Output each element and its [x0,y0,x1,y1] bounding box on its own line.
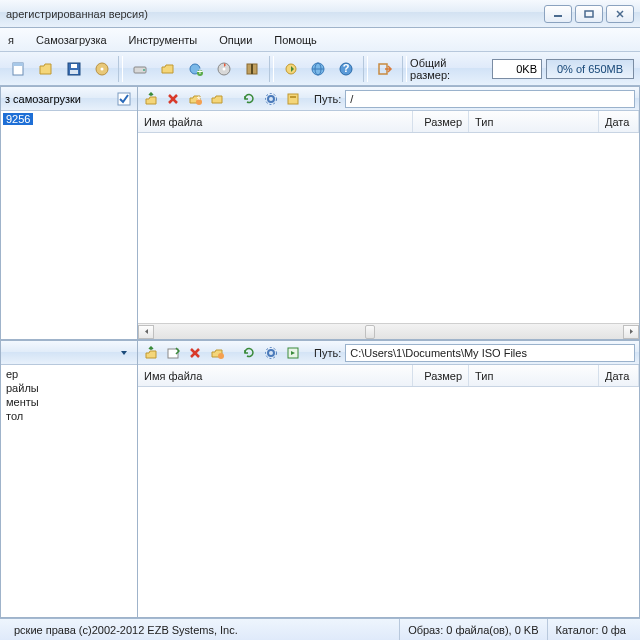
svg-rect-8 [70,70,78,74]
svg-point-32 [268,96,274,102]
titlebar: арегистрированная версия) [0,0,640,28]
window-title: арегистрированная версия) [6,8,541,20]
drive-icon[interactable] [128,57,152,81]
reload-icon[interactable] [284,344,302,362]
menu-boot[interactable]: Самозагрузка [32,32,111,48]
svg-rect-0 [554,15,562,17]
tree-selected-item[interactable]: 9256 [3,113,33,125]
svg-point-40 [268,350,274,356]
col-date[interactable]: Дата [599,365,639,386]
help-icon[interactable]: ? [334,57,358,81]
dropdown-icon[interactable] [115,344,133,362]
add-icon[interactable] [164,344,182,362]
scroll-left-icon[interactable] [138,325,154,339]
menu-file[interactable]: я [4,32,18,48]
close-button[interactable] [606,5,634,23]
folder-icon[interactable] [156,57,180,81]
refresh-icon[interactable] [240,90,258,108]
image-tree-pane: з самозагрузки 9256 [0,86,138,340]
status-copyright: рские права (c)2002-2012 EZB Systems, In… [6,619,400,640]
path-input[interactable]: C:\Users\1\Documents\My ISO Files [345,344,635,362]
top-list-body [138,133,639,323]
mount-icon[interactable] [279,57,303,81]
svg-text:*: * [197,94,202,106]
path-label: Путь: [314,347,341,359]
add-folder-icon[interactable] [208,90,226,108]
svg-rect-35 [290,96,296,98]
properties-icon[interactable] [284,90,302,108]
new-icon[interactable] [6,57,30,81]
menubar: я Самозагрузка Инструменты Опции Помощь [0,28,640,52]
col-name[interactable]: Имя файла [138,111,413,132]
globe-icon[interactable] [307,57,331,81]
menu-help[interactable]: Помощь [270,32,321,48]
menu-options[interactable]: Опции [215,32,256,48]
tree-item[interactable]: райлы [3,381,135,395]
burn-icon[interactable] [212,57,236,81]
col-type[interactable]: Тип [469,111,599,132]
main-toolbar: + ? Общий размер: 0KB 0% of 650MB [0,52,640,86]
new-folder-icon[interactable]: * [186,90,204,108]
statusbar: рские права (c)2002-2012 EZB Systems, In… [0,618,640,640]
tree-item[interactable]: менты [3,395,135,409]
path-label: Путь: [314,93,341,105]
save-icon[interactable] [62,57,86,81]
image-tree-header: з самозагрузки [5,93,81,105]
total-size-label: Общий размер: [410,57,488,81]
local-tree-pane: ер райлы менты тол [0,340,138,618]
svg-point-17 [222,67,225,70]
top-minibar: * Путь: / [138,87,639,111]
bot-list-body [138,387,639,617]
svg-rect-34 [288,94,298,104]
checkbox-icon[interactable] [115,90,133,108]
compress-icon[interactable] [240,57,264,81]
new-folder-icon[interactable] [208,344,226,362]
svg-text:?: ? [343,62,350,74]
up-folder-icon[interactable] [142,344,160,362]
gear-icon[interactable] [262,344,280,362]
bot-list-header: Имя файла Размер Тип Дата [138,365,639,387]
svg-rect-7 [71,64,77,68]
svg-rect-1 [585,11,593,17]
gear-icon[interactable] [262,90,280,108]
col-type[interactable]: Тип [469,365,599,386]
svg-text:+: + [197,65,203,77]
globe-add-icon[interactable]: + [184,57,208,81]
scroll-right-icon[interactable] [623,325,639,339]
open-icon[interactable] [34,57,58,81]
col-name[interactable]: Имя файла [138,365,413,386]
delete-icon[interactable] [164,90,182,108]
svg-point-10 [100,67,103,70]
scroll-thumb[interactable] [365,325,375,339]
minimize-button[interactable] [544,5,572,23]
maximize-button[interactable] [575,5,603,23]
col-size[interactable]: Размер [413,365,469,386]
capacity-bar: 0% of 650MB [546,59,634,79]
path-input[interactable]: / [345,90,635,108]
menu-tools[interactable]: Инструменты [125,32,202,48]
svg-rect-5 [13,63,23,66]
col-size[interactable]: Размер [413,111,469,132]
col-date[interactable]: Дата [599,111,639,132]
disc-icon[interactable] [90,57,114,81]
svg-point-12 [143,69,145,71]
bot-minibar: Путь: C:\Users\1\Documents\My ISO Files [138,341,639,365]
refresh-icon[interactable] [240,344,258,362]
delete-icon[interactable] [186,344,204,362]
tree-item[interactable]: ер [3,367,135,381]
exit-icon[interactable] [373,57,397,81]
total-size-value: 0KB [492,59,542,79]
status-image: Образ: 0 файла(ов), 0 KB [400,619,547,640]
up-folder-icon[interactable] [142,90,160,108]
top-list-header: Имя файла Размер Тип Дата [138,111,639,133]
tree-item[interactable]: тол [3,409,135,423]
status-catalog: Каталог: 0 фа [548,619,634,640]
top-hscroll[interactable] [138,323,639,339]
svg-point-39 [218,353,224,359]
